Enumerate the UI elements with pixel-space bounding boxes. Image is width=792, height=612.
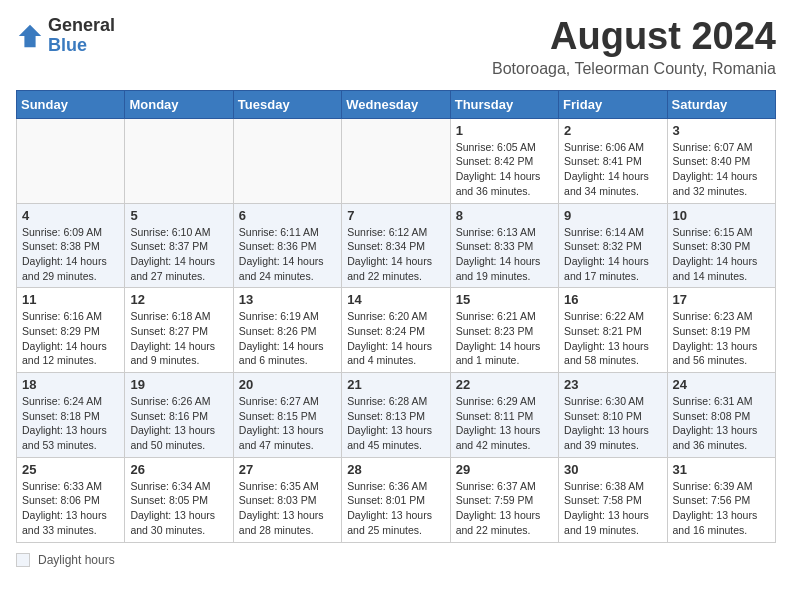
weekday-header-saturday: Saturday <box>667 90 775 118</box>
day-number: 3 <box>673 123 770 138</box>
day-info: Sunrise: 6:11 AM Sunset: 8:36 PM Dayligh… <box>239 225 336 284</box>
calendar-week-row: 18Sunrise: 6:24 AM Sunset: 8:18 PM Dayli… <box>17 373 776 458</box>
footer: Daylight hours <box>16 553 776 567</box>
day-number: 7 <box>347 208 444 223</box>
calendar-cell <box>125 118 233 203</box>
day-number: 17 <box>673 292 770 307</box>
calendar-cell: 2Sunrise: 6:06 AM Sunset: 8:41 PM Daylig… <box>559 118 667 203</box>
calendar-cell <box>17 118 125 203</box>
day-info: Sunrise: 6:13 AM Sunset: 8:33 PM Dayligh… <box>456 225 553 284</box>
logo-blue-text: Blue <box>48 36 115 56</box>
day-info: Sunrise: 6:24 AM Sunset: 8:18 PM Dayligh… <box>22 394 119 453</box>
calendar-cell: 11Sunrise: 6:16 AM Sunset: 8:29 PM Dayli… <box>17 288 125 373</box>
day-number: 23 <box>564 377 661 392</box>
day-number: 9 <box>564 208 661 223</box>
day-number: 25 <box>22 462 119 477</box>
day-number: 26 <box>130 462 227 477</box>
calendar-cell: 31Sunrise: 6:39 AM Sunset: 7:56 PM Dayli… <box>667 457 775 542</box>
day-info: Sunrise: 6:34 AM Sunset: 8:05 PM Dayligh… <box>130 479 227 538</box>
day-number: 16 <box>564 292 661 307</box>
day-info: Sunrise: 6:18 AM Sunset: 8:27 PM Dayligh… <box>130 309 227 368</box>
calendar-cell: 12Sunrise: 6:18 AM Sunset: 8:27 PM Dayli… <box>125 288 233 373</box>
day-number: 27 <box>239 462 336 477</box>
calendar-week-row: 4Sunrise: 6:09 AM Sunset: 8:38 PM Daylig… <box>17 203 776 288</box>
calendar-cell: 16Sunrise: 6:22 AM Sunset: 8:21 PM Dayli… <box>559 288 667 373</box>
day-number: 29 <box>456 462 553 477</box>
day-info: Sunrise: 6:07 AM Sunset: 8:40 PM Dayligh… <box>673 140 770 199</box>
day-number: 15 <box>456 292 553 307</box>
day-number: 10 <box>673 208 770 223</box>
day-number: 6 <box>239 208 336 223</box>
calendar-cell: 1Sunrise: 6:05 AM Sunset: 8:42 PM Daylig… <box>450 118 558 203</box>
day-number: 19 <box>130 377 227 392</box>
day-info: Sunrise: 6:38 AM Sunset: 7:58 PM Dayligh… <box>564 479 661 538</box>
day-number: 30 <box>564 462 661 477</box>
calendar-cell: 19Sunrise: 6:26 AM Sunset: 8:16 PM Dayli… <box>125 373 233 458</box>
calendar-cell: 23Sunrise: 6:30 AM Sunset: 8:10 PM Dayli… <box>559 373 667 458</box>
day-number: 21 <box>347 377 444 392</box>
day-number: 20 <box>239 377 336 392</box>
day-info: Sunrise: 6:27 AM Sunset: 8:15 PM Dayligh… <box>239 394 336 453</box>
day-number: 24 <box>673 377 770 392</box>
day-info: Sunrise: 6:33 AM Sunset: 8:06 PM Dayligh… <box>22 479 119 538</box>
day-info: Sunrise: 6:05 AM Sunset: 8:42 PM Dayligh… <box>456 140 553 199</box>
day-number: 13 <box>239 292 336 307</box>
calendar-week-row: 25Sunrise: 6:33 AM Sunset: 8:06 PM Dayli… <box>17 457 776 542</box>
day-info: Sunrise: 6:36 AM Sunset: 8:01 PM Dayligh… <box>347 479 444 538</box>
day-info: Sunrise: 6:37 AM Sunset: 7:59 PM Dayligh… <box>456 479 553 538</box>
calendar-cell: 5Sunrise: 6:10 AM Sunset: 8:37 PM Daylig… <box>125 203 233 288</box>
calendar-week-row: 11Sunrise: 6:16 AM Sunset: 8:29 PM Dayli… <box>17 288 776 373</box>
day-number: 12 <box>130 292 227 307</box>
calendar-cell <box>342 118 450 203</box>
day-info: Sunrise: 6:31 AM Sunset: 8:08 PM Dayligh… <box>673 394 770 453</box>
svg-marker-0 <box>19 25 41 47</box>
calendar-cell <box>233 118 341 203</box>
weekday-header-row: SundayMondayTuesdayWednesdayThursdayFrid… <box>17 90 776 118</box>
calendar-cell: 25Sunrise: 6:33 AM Sunset: 8:06 PM Dayli… <box>17 457 125 542</box>
day-info: Sunrise: 6:30 AM Sunset: 8:10 PM Dayligh… <box>564 394 661 453</box>
day-number: 1 <box>456 123 553 138</box>
weekday-header-monday: Monday <box>125 90 233 118</box>
calendar-cell: 28Sunrise: 6:36 AM Sunset: 8:01 PM Dayli… <box>342 457 450 542</box>
day-info: Sunrise: 6:06 AM Sunset: 8:41 PM Dayligh… <box>564 140 661 199</box>
calendar-cell: 20Sunrise: 6:27 AM Sunset: 8:15 PM Dayli… <box>233 373 341 458</box>
day-info: Sunrise: 6:09 AM Sunset: 8:38 PM Dayligh… <box>22 225 119 284</box>
month-year: August 2024 <box>492 16 776 58</box>
weekday-header-thursday: Thursday <box>450 90 558 118</box>
calendar-cell: 29Sunrise: 6:37 AM Sunset: 7:59 PM Dayli… <box>450 457 558 542</box>
day-number: 28 <box>347 462 444 477</box>
calendar-cell: 10Sunrise: 6:15 AM Sunset: 8:30 PM Dayli… <box>667 203 775 288</box>
day-info: Sunrise: 6:12 AM Sunset: 8:34 PM Dayligh… <box>347 225 444 284</box>
day-info: Sunrise: 6:35 AM Sunset: 8:03 PM Dayligh… <box>239 479 336 538</box>
calendar-cell: 13Sunrise: 6:19 AM Sunset: 8:26 PM Dayli… <box>233 288 341 373</box>
day-number: 11 <box>22 292 119 307</box>
title-area: August 2024 Botoroaga, Teleorman County,… <box>492 16 776 78</box>
logo-icon <box>16 22 44 50</box>
day-info: Sunrise: 6:26 AM Sunset: 8:16 PM Dayligh… <box>130 394 227 453</box>
calendar-cell: 24Sunrise: 6:31 AM Sunset: 8:08 PM Dayli… <box>667 373 775 458</box>
calendar-cell: 30Sunrise: 6:38 AM Sunset: 7:58 PM Dayli… <box>559 457 667 542</box>
daylight-label: Daylight hours <box>38 553 115 567</box>
calendar-cell: 22Sunrise: 6:29 AM Sunset: 8:11 PM Dayli… <box>450 373 558 458</box>
calendar-cell: 15Sunrise: 6:21 AM Sunset: 8:23 PM Dayli… <box>450 288 558 373</box>
logo: General Blue <box>16 16 115 56</box>
day-number: 18 <box>22 377 119 392</box>
weekday-header-friday: Friday <box>559 90 667 118</box>
calendar-cell: 9Sunrise: 6:14 AM Sunset: 8:32 PM Daylig… <box>559 203 667 288</box>
calendar-cell: 8Sunrise: 6:13 AM Sunset: 8:33 PM Daylig… <box>450 203 558 288</box>
calendar-cell: 6Sunrise: 6:11 AM Sunset: 8:36 PM Daylig… <box>233 203 341 288</box>
daylight-color-swatch <box>16 553 30 567</box>
calendar-week-row: 1Sunrise: 6:05 AM Sunset: 8:42 PM Daylig… <box>17 118 776 203</box>
calendar-cell: 17Sunrise: 6:23 AM Sunset: 8:19 PM Dayli… <box>667 288 775 373</box>
day-number: 8 <box>456 208 553 223</box>
day-info: Sunrise: 6:28 AM Sunset: 8:13 PM Dayligh… <box>347 394 444 453</box>
weekday-header-sunday: Sunday <box>17 90 125 118</box>
day-info: Sunrise: 6:23 AM Sunset: 8:19 PM Dayligh… <box>673 309 770 368</box>
day-info: Sunrise: 6:14 AM Sunset: 8:32 PM Dayligh… <box>564 225 661 284</box>
day-number: 31 <box>673 462 770 477</box>
day-number: 14 <box>347 292 444 307</box>
logo-general-text: General <box>48 16 115 36</box>
day-number: 2 <box>564 123 661 138</box>
day-info: Sunrise: 6:29 AM Sunset: 8:11 PM Dayligh… <box>456 394 553 453</box>
day-number: 5 <box>130 208 227 223</box>
